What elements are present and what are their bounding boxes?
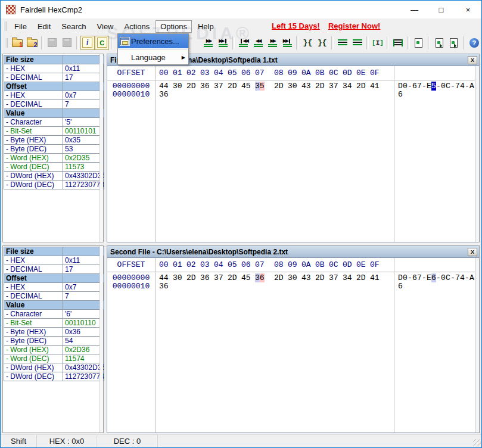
menu-item-language[interactable]: Language ▶: [118, 50, 188, 64]
hex-byte[interactable]: 37: [329, 82, 343, 91]
goto-offset-button[interactable]: [I]: [371, 36, 385, 50]
hex-bytes[interactable]: 44302D36372D45352D30432D37342D41: [155, 82, 394, 91]
file-report-button[interactable]: [412, 36, 426, 50]
hex-byte[interactable]: 30: [173, 82, 186, 91]
hex-byte[interactable]: 43: [301, 274, 315, 282]
hex-byte[interactable]: 2D: [186, 274, 200, 282]
panel-close-button[interactable]: X: [468, 248, 477, 256]
copy-to-file1-button[interactable]: [432, 36, 446, 50]
byte-columns-button[interactable]: [391, 36, 405, 50]
menu-edit[interactable]: Edit: [33, 20, 55, 33]
hex-byte[interactable]: 37: [214, 82, 228, 91]
menu-actions[interactable]: Actions: [120, 20, 155, 33]
hex-byte[interactable]: 36: [159, 91, 173, 99]
hex-byte[interactable]: 2D: [228, 82, 241, 91]
menu-search[interactable]: Search: [57, 20, 91, 33]
toolbar-separator: [387, 36, 389, 49]
info-label: - HEX: [4, 256, 63, 265]
hex-byte[interactable]: 2D: [356, 274, 370, 282]
minimize-icon: —: [411, 5, 418, 14]
hex-byte[interactable]: 43: [301, 82, 315, 91]
register-link[interactable]: Register Now!: [328, 21, 380, 30]
info-row: - DWord (DEC)1127230774: [4, 372, 104, 381]
toolbar: 12iC▶▶▶▶◀◀◀◀▶▶▶▶}{}{[I]?: [1, 33, 481, 52]
hex-byte[interactable]: 2D: [315, 82, 329, 91]
hex-view[interactable]: OFFSET 000102030405060708090A0B0C0D0E0F …: [107, 258, 479, 433]
second-file-panel-header: Second File - C:\Users\elena\Desktop\Sof…: [107, 246, 479, 258]
ascii-text[interactable]: 6: [394, 282, 403, 291]
menu-file[interactable]: File: [10, 20, 32, 33]
info-row: - DWord (HEX)0x43302D36: [4, 363, 104, 372]
hex-byte[interactable]: 36: [200, 82, 214, 91]
info-row: - Byte (HEX)0x36: [4, 328, 104, 337]
hex-byte[interactable]: 37: [329, 274, 343, 282]
hex-byte[interactable]: 2D: [228, 274, 241, 282]
panel-close-button[interactable]: X: [468, 56, 477, 64]
hex-byte[interactable]: 2D: [274, 82, 288, 91]
hex-byte[interactable]: 34: [343, 82, 356, 91]
resize-grip[interactable]: [473, 439, 481, 447]
maximize-button[interactable]: □: [428, 1, 455, 18]
ascii-text[interactable]: D0-67-E5-0C-74-A: [394, 82, 474, 91]
hex-byte[interactable]: 2D: [315, 274, 329, 282]
maximize-icon: □: [439, 5, 444, 14]
hex-bytes[interactable]: 36: [155, 91, 394, 99]
hex-byte[interactable]: 30: [288, 82, 301, 91]
hex-byte[interactable]: 44: [159, 82, 173, 91]
hex-byte[interactable]: 2D: [356, 82, 370, 91]
hex-byte[interactable]: 36: [200, 274, 214, 282]
previous-difference-button[interactable]: ◀◀: [251, 36, 265, 50]
hex-scroll-strip[interactable]: [475, 66, 479, 242]
sync-offsets-button[interactable]: }{: [315, 36, 329, 50]
hex-byte[interactable]: 2D: [274, 274, 288, 282]
ascii-text[interactable]: D0-67-E6-0C-74-A: [394, 274, 474, 282]
help-button[interactable]: ?: [467, 36, 481, 50]
minimize-button[interactable]: —: [401, 1, 428, 18]
last-change-button[interactable]: ▶▶: [216, 36, 230, 50]
menu-item-preferences[interactable]: Preferences...: [118, 34, 188, 48]
hex-byte[interactable]: 45: [241, 82, 255, 91]
open-file2-button[interactable]: 2: [24, 36, 39, 50]
diff-hex-byte[interactable]: 36: [255, 274, 269, 282]
hex-bytes[interactable]: 44302D36372D45362D30432D37342D41: [155, 274, 394, 282]
hex-byte[interactable]: 44: [159, 274, 173, 282]
hex-byte[interactable]: 30: [173, 274, 186, 282]
align-next-button[interactable]: [350, 36, 364, 50]
hex-byte[interactable]: 2D: [186, 82, 200, 91]
next-change-button[interactable]: ▶▶: [201, 36, 216, 50]
next-difference-button[interactable]: ▶▶: [265, 36, 279, 50]
info-section-header: File size: [4, 247, 104, 256]
hex-bytes[interactable]: 36: [155, 282, 394, 291]
hex-byte[interactable]: 30: [288, 274, 301, 282]
align-first-button[interactable]: [335, 36, 350, 50]
hex-byte[interactable]: 34: [343, 274, 356, 282]
copy-to-file2-button[interactable]: [446, 36, 461, 50]
hex-byte[interactable]: 41: [370, 82, 384, 91]
first-difference-button[interactable]: ◀◀: [237, 36, 251, 50]
menu-view[interactable]: View: [92, 20, 119, 33]
info-panel-scroll-strip[interactable]: [99, 246, 103, 433]
diff-byte-digit: 3: [255, 82, 260, 91]
menu-options[interactable]: Options: [156, 20, 192, 33]
compare-toggle[interactable]: C: [95, 36, 109, 50]
hex-scroll-strip[interactable]: [475, 258, 479, 433]
sync-views-button[interactable]: }{: [300, 36, 315, 50]
ascii-text[interactable]: 6: [394, 91, 403, 99]
close-button[interactable]: ×: [455, 1, 481, 18]
diff-hex-byte[interactable]: 35: [255, 82, 269, 91]
title-bar[interactable]: Fairdell HexCmp2 — □ ×: [1, 1, 481, 18]
toolbar-grip-handle[interactable]: [5, 38, 8, 48]
hex-view[interactable]: OFFSET 000102030405060708090A0B0C0D0E0F …: [107, 66, 479, 242]
menu-help[interactable]: Help: [193, 20, 219, 33]
info-panel-toggle[interactable]: i: [80, 36, 95, 50]
info-row: - DECIMAL17: [4, 73, 104, 82]
hex-byte[interactable]: 41: [370, 274, 384, 282]
hex-byte[interactable]: 45: [241, 274, 255, 282]
info-panel-scroll-strip[interactable]: [99, 54, 103, 242]
trial-banner[interactable]: Left 15 Days!Register Now!: [272, 21, 380, 30]
menubar-grip-handle[interactable]: [4, 21, 7, 31]
hex-byte[interactable]: 37: [214, 274, 228, 282]
last-difference-button[interactable]: ▶▶: [280, 36, 294, 50]
open-file1-button[interactable]: 1: [10, 36, 24, 50]
hex-byte[interactable]: 36: [159, 282, 173, 291]
